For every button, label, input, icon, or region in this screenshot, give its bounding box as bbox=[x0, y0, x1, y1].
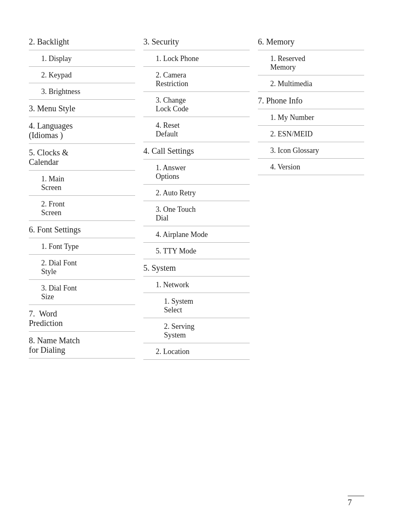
menu-item: 5. Clocks & Calendar bbox=[29, 144, 135, 171]
menu-item: 1. Display bbox=[29, 50, 135, 67]
menu-item: 1. Reserved Memory bbox=[258, 50, 364, 75]
menu-item: 8. Name Match for Dialing bbox=[29, 332, 135, 359]
menu-item: 4. Reset Default bbox=[143, 117, 250, 142]
menu-item: 3. Menu Style bbox=[29, 100, 135, 117]
menu-item: 2. Keypad bbox=[29, 67, 135, 83]
menu-item: 2. Backlight bbox=[29, 33, 135, 50]
menu-item: 3. Change Lock Code bbox=[143, 92, 250, 117]
menu-item: 2. Serving System bbox=[143, 318, 250, 343]
menu-item: 4. Call Settings bbox=[143, 142, 250, 159]
menu-item: 7. Phone Info bbox=[258, 92, 364, 109]
menu-item: 4. Version bbox=[258, 159, 364, 175]
column-3: 6. Memory1. Reserved Memory2. Multimedia… bbox=[254, 33, 368, 175]
menu-item: 1. Lock Phone bbox=[143, 50, 250, 67]
menu-item: 5. TTY Mode bbox=[143, 243, 250, 259]
menu-item: 1. Font Type bbox=[29, 238, 135, 255]
menu-item: 6. Font Settings bbox=[29, 221, 135, 238]
menu-item: 3. Dial Font Size bbox=[29, 280, 135, 305]
menu-item: 1. My Number bbox=[258, 109, 364, 126]
menu-item: 2. Camera Restriction bbox=[143, 67, 250, 92]
menu-item: 3. Brightness bbox=[29, 83, 135, 100]
page: 2. Backlight1. Display2. Keypad3. Bright… bbox=[0, 0, 393, 532]
menu-item: 2. Location bbox=[143, 343, 250, 360]
menu-item: 6. Memory bbox=[258, 33, 364, 50]
menu-item: 3. Icon Glossary bbox=[258, 142, 364, 159]
menu-item: 2. Auto Retry bbox=[143, 185, 250, 201]
menu-item: 2. Dial Font Style bbox=[29, 255, 135, 280]
menu-item: 7. Word Prediction bbox=[29, 305, 135, 332]
menu-item: 3. Security bbox=[143, 33, 250, 50]
menu-item: 1. Main Screen bbox=[29, 171, 135, 196]
column-1: 2. Backlight1. Display2. Keypad3. Bright… bbox=[25, 33, 139, 359]
menu-item: 2. Front Screen bbox=[29, 196, 135, 221]
page-number: 7 bbox=[348, 498, 352, 507]
page-number-container: 7 bbox=[348, 496, 364, 507]
menu-item: 4. Airplane Mode bbox=[143, 226, 250, 243]
column-2: 3. Security1. Lock Phone2. Camera Restri… bbox=[139, 33, 254, 360]
menu-item: 4. Languages (Idiomas ) bbox=[29, 117, 135, 144]
menu-item: 1. System Select bbox=[143, 293, 250, 318]
menu-item: 1. Answer Options bbox=[143, 159, 250, 185]
content-columns: 2. Backlight1. Display2. Keypad3. Bright… bbox=[25, 33, 368, 360]
menu-item: 2. Multimedia bbox=[258, 75, 364, 92]
page-number-line bbox=[348, 496, 364, 496]
menu-item: 5. System bbox=[143, 259, 250, 277]
menu-item: 3. One Touch Dial bbox=[143, 201, 250, 226]
menu-item: 2. ESN/MEID bbox=[258, 126, 364, 142]
menu-item: 1. Network bbox=[143, 277, 250, 293]
